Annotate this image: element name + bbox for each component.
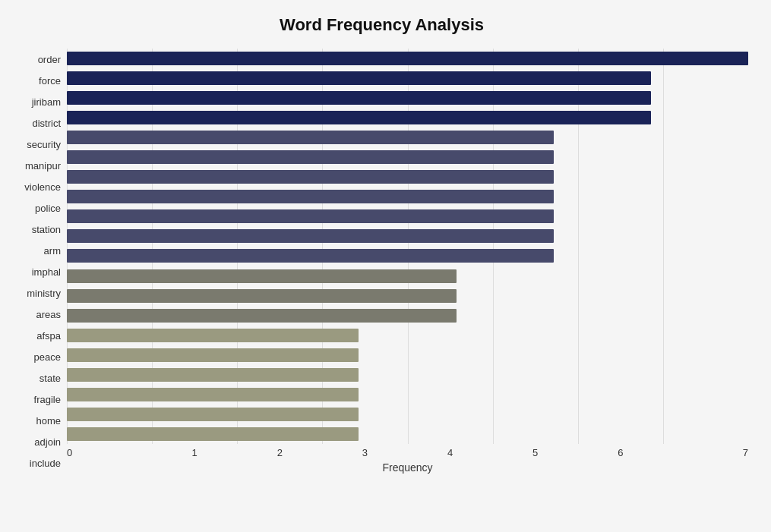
- bar-row: [67, 188, 748, 205]
- bar-row: [67, 247, 748, 264]
- bars-wrapper: [67, 49, 748, 444]
- bar: [67, 269, 457, 283]
- bar-row: [67, 386, 748, 403]
- y-label: police: [35, 203, 61, 213]
- bar-row: [67, 367, 748, 383]
- bar-row: [67, 406, 748, 423]
- x-tick: 5: [493, 447, 578, 458]
- chart-title: Word Frequency Analysis: [15, 15, 748, 35]
- grid-line: [578, 49, 663, 444]
- bar: [67, 289, 457, 303]
- y-axis: orderforcejiribamdistrictsecuritymanipur…: [15, 49, 67, 474]
- grid-line: [237, 49, 322, 444]
- bar: [67, 388, 359, 401]
- y-label: jiribam: [32, 97, 61, 107]
- bar: [67, 329, 359, 342]
- y-label: arm: [44, 246, 61, 256]
- x-tick: 3: [322, 447, 407, 458]
- bar-row: [67, 90, 748, 106]
- bar: [67, 309, 457, 323]
- bar: [67, 150, 554, 164]
- bar: [67, 368, 359, 382]
- chart-area: orderforcejiribamdistrictsecuritymanipur…: [15, 49, 748, 474]
- chart-container: Word Frequency Analysis orderforcejiriba…: [0, 0, 771, 532]
- y-label: ministry: [27, 288, 61, 298]
- grid-line: [493, 49, 578, 444]
- y-label: station: [32, 225, 61, 235]
- y-label: violence: [24, 182, 61, 192]
- bar-row: [67, 149, 748, 165]
- bar-row: [67, 307, 748, 324]
- bar-row: [67, 168, 748, 185]
- x-tick: 6: [578, 447, 663, 458]
- bar: [67, 131, 554, 144]
- bars-and-xaxis: 01234567 Frequency: [67, 49, 748, 474]
- grid-line: [663, 49, 748, 444]
- bar-row: [67, 50, 748, 67]
- grid-lines: [67, 49, 748, 444]
- bar: [67, 408, 359, 421]
- grid-line: [408, 49, 493, 444]
- y-label: peace: [34, 352, 61, 362]
- y-label: afspa: [36, 331, 61, 341]
- bar: [67, 71, 651, 85]
- x-tick: 1: [152, 447, 237, 458]
- grid-line: [67, 49, 152, 444]
- y-label: force: [39, 76, 61, 86]
- y-label: security: [27, 140, 61, 150]
- x-tick: 0: [67, 447, 152, 458]
- bar: [67, 190, 554, 203]
- y-label: state: [39, 373, 61, 383]
- x-tick: 7: [663, 447, 748, 458]
- bar: [67, 249, 554, 263]
- bar-row: [67, 268, 748, 285]
- bar-row: [67, 288, 748, 304]
- bar-row: [67, 70, 748, 87]
- y-label: areas: [36, 310, 61, 320]
- bar-row: [67, 129, 748, 146]
- bar: [67, 209, 554, 223]
- x-axis: 01234567 Frequency: [67, 444, 748, 474]
- x-axis-label: Frequency: [67, 461, 748, 474]
- y-label: manipur: [25, 161, 61, 171]
- bar-row: [67, 228, 748, 244]
- bar: [67, 111, 651, 124]
- x-tick: 4: [408, 447, 493, 458]
- y-label: fragile: [34, 395, 61, 405]
- bar: [67, 229, 554, 243]
- y-label: include: [30, 458, 61, 468]
- bar: [67, 427, 359, 441]
- bar-row: [67, 426, 748, 442]
- y-label: district: [32, 118, 61, 128]
- bar-row: [67, 109, 748, 126]
- x-ticks: 01234567: [67, 444, 748, 458]
- y-label: adjoin: [34, 437, 61, 447]
- bar: [67, 91, 651, 105]
- y-label: home: [36, 416, 61, 426]
- bar-row: [67, 208, 748, 225]
- bar-row: [67, 347, 748, 364]
- bar: [67, 170, 554, 184]
- grid-line: [152, 49, 237, 444]
- bar: [67, 52, 748, 65]
- grid-line: [322, 49, 407, 444]
- bar: [67, 348, 359, 362]
- y-label: order: [38, 55, 61, 65]
- x-tick: 2: [237, 447, 322, 458]
- y-label: imphal: [32, 267, 61, 277]
- bar-row: [67, 327, 748, 344]
